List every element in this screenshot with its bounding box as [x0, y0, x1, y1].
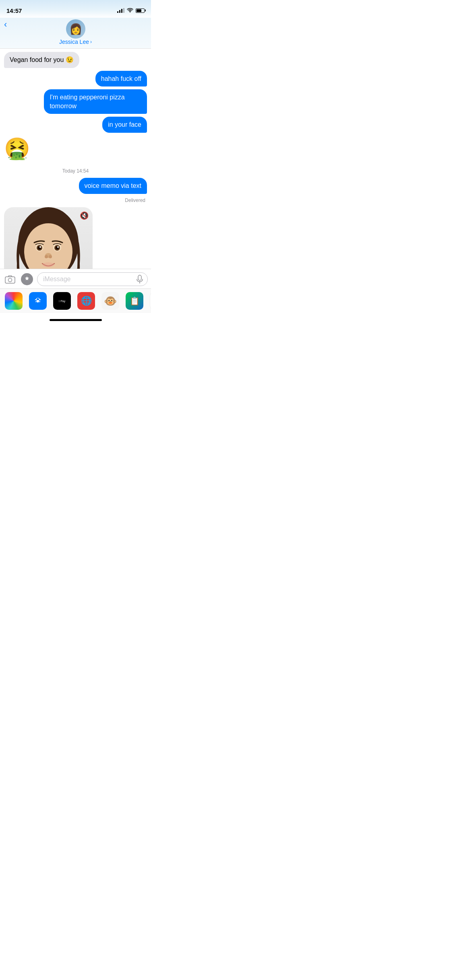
timestamp-divider: Today 14:54 — [4, 168, 147, 174]
battery-icon — [136, 8, 145, 13]
svg-point-12 — [45, 255, 48, 258]
contact-avatar[interactable]: 👩 — [66, 19, 85, 39]
message-row-2: hahah fuck off — [4, 71, 147, 87]
message-row-3: I'm eating pepperoni pizza tomorrow — [4, 89, 147, 114]
wifi-icon — [127, 8, 133, 14]
contact-name-text: Jessica Lee — [59, 39, 89, 45]
svg-point-17 — [8, 278, 12, 282]
home-indicator — [0, 313, 151, 327]
back-button[interactable]: ‹ — [4, 20, 7, 29]
bubble-incoming-1[interactable]: Vegan food for you 😉 — [4, 52, 79, 68]
app-shortcut-youtube[interactable] — [150, 292, 151, 310]
svg-point-13 — [49, 255, 52, 258]
input-area: iMessage — [0, 269, 151, 288]
app-shortcut-appstore[interactable] — [29, 292, 47, 310]
bubble-outgoing-4[interactable]: in your face — [102, 117, 147, 133]
signal-icon — [117, 8, 124, 13]
app-shortcut-browser[interactable]: 🌐 — [77, 292, 95, 310]
memoji-video[interactable]: 🔇 — [4, 207, 93, 269]
svg-point-9 — [39, 246, 41, 248]
nav-header: ‹ 👩 Jessica Lee › — [0, 18, 151, 49]
bubble-text-1: Vegan food for you 😉 — [10, 56, 74, 63]
status-time: 14:57 — [6, 7, 22, 14]
svg-rect-18 — [138, 275, 141, 280]
bubble-text-3: I'm eating pepperoni pizza tomorrow — [50, 94, 124, 109]
memoji-container: 🔇 — [4, 207, 147, 269]
home-bar — [50, 319, 102, 321]
app-shortcut-photos[interactable] — [5, 292, 23, 310]
message-row-4: in your face — [4, 117, 147, 133]
messages-list: Vegan food for you 😉 hahah fuck off I'm … — [4, 52, 147, 269]
microphone-button[interactable] — [134, 274, 145, 284]
bubble-outgoing-3[interactable]: I'm eating pepperoni pizza tomorrow — [44, 89, 147, 114]
message-row-7: voice memo via text — [4, 178, 147, 194]
messages-scroll-area: Vegan food for you 😉 hahah fuck off I'm … — [0, 49, 151, 269]
delivered-status: Delivered — [4, 198, 145, 203]
svg-point-0 — [130, 11, 130, 12]
bubble-outgoing-7[interactable]: voice memo via text — [79, 178, 147, 194]
camera-button[interactable] — [3, 272, 17, 286]
mute-icon: 🔇 — [80, 211, 89, 220]
emoji-message-5[interactable]: 🤮 — [4, 138, 30, 159]
app-shortcuts-bar:  Pay 🌐 🐵 📋 — [0, 288, 151, 313]
status-bar: 14:57 — [0, 0, 151, 18]
contact-name-row[interactable]: Jessica Lee › — [59, 39, 92, 45]
page: 14:57 ‹ — [0, 0, 151, 327]
message-input-placeholder: iMessage — [43, 276, 133, 283]
appstore-quick-button[interactable] — [20, 272, 34, 286]
appstore-circle-icon — [21, 273, 33, 285]
bubble-text-2: hahah fuck off — [101, 75, 141, 82]
bubble-text-4: in your face — [108, 121, 141, 128]
message-input-wrapper[interactable]: iMessage — [37, 272, 148, 286]
bubble-text-7: voice memo via text — [85, 182, 141, 189]
bubble-outgoing-2[interactable]: hahah fuck off — [95, 71, 147, 87]
svg-point-10 — [57, 246, 59, 248]
app-shortcut-applepay[interactable]:  Pay — [53, 292, 71, 310]
app-shortcut-monkey[interactable]: 🐵 — [101, 292, 119, 310]
message-row-1: Vegan food for you 😉 — [4, 52, 147, 68]
app-shortcut-clipboard[interactable]: 📋 — [126, 292, 143, 310]
svg-rect-16 — [5, 277, 15, 283]
message-row-5: 🤮 — [4, 136, 147, 161]
status-icons — [117, 8, 145, 14]
svg-point-14 — [43, 262, 54, 267]
contact-name-chevron: › — [90, 39, 92, 45]
